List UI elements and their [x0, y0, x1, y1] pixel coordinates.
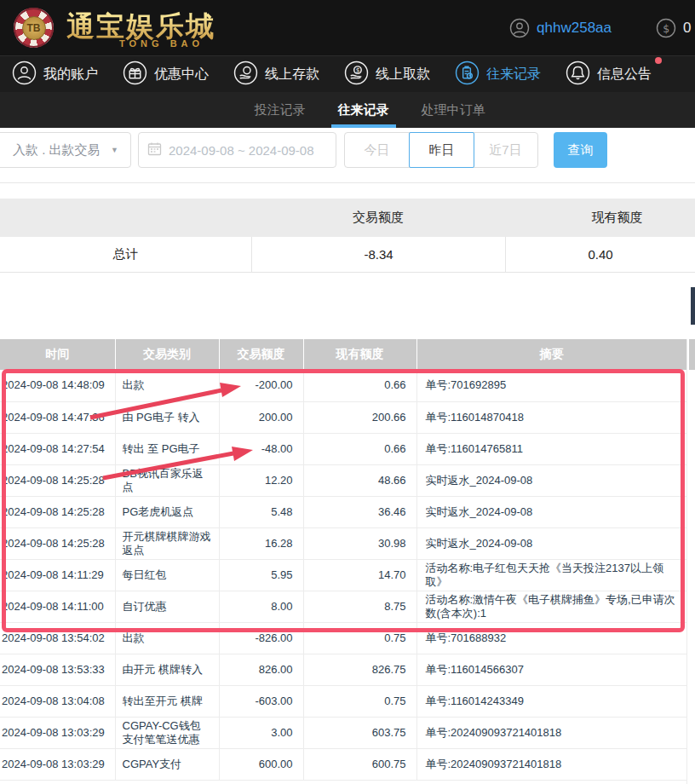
tab-betting-records[interactable]: 投注记录 [255, 92, 306, 128]
cell-amount: -200.00 [219, 370, 303, 401]
nav-item-my-account[interactable]: 我的账户 [12, 61, 98, 89]
today-button[interactable]: 今日 [345, 133, 410, 167]
cell-balance: 0.75 [303, 685, 416, 717]
nav-item-withdraw[interactable]: $ 线上取款 [344, 61, 430, 89]
cell-balance: 8.75 [303, 591, 416, 622]
withdraw-icon: $ [344, 61, 369, 89]
logo-chip-label: TB [22, 16, 46, 40]
nav-label: 信息公告 [597, 66, 652, 84]
col-amount: 交易额度 [219, 339, 303, 370]
cell-time: 2024-09-08 14:48:09 [0, 370, 115, 401]
transaction-type-select[interactable]: 入款 . 出款交易 ▼ [0, 132, 131, 168]
cell-summary: 单号:701688932 [416, 622, 686, 654]
cell-amount: -48.00 [219, 433, 303, 464]
nav-label: 往来记录 [486, 66, 541, 84]
cell-type: CGPAY支付 [115, 748, 219, 780]
cell-type: 由 PG电子 转入 [115, 401, 219, 433]
cell-amount: 12.20 [219, 464, 303, 496]
balance-widget[interactable]: $ 0 [656, 18, 695, 38]
cell-amount: -826.00 [219, 622, 303, 654]
summary-total-amount: -8.34 [251, 237, 505, 273]
nav-item-promotions[interactable]: 优惠中心 [123, 61, 209, 89]
nav-item-records[interactable]: 往来记录 [455, 61, 541, 89]
cell-type: 每日红包 [115, 559, 219, 591]
nav-item-deposit[interactable]: 线上存款 [233, 61, 319, 89]
cell-amount: 600.00 [219, 748, 303, 780]
table-row: 2024-09-08 14:11:29 每日红包 5.95 14.70 活动名称… [0, 559, 686, 591]
username[interactable]: qhhw258aa [537, 20, 612, 37]
table-row: 2024-09-08 13:04:08 转出至开元 棋牌 -603.00 0.7… [0, 685, 686, 717]
cell-balance: 48.66 [303, 464, 416, 496]
cell-type: PG老虎机返点 [115, 496, 219, 527]
tab-pending-orders[interactable]: 处理中订单 [422, 92, 485, 128]
cell-summary: 单号:116014765811 [416, 433, 686, 464]
logo-chip[interactable]: TB [14, 8, 54, 48]
nav-item-announcements[interactable]: 信息公告 [566, 61, 652, 89]
last7days-button[interactable]: 近7日 [474, 133, 537, 167]
cell-time: 2024-09-08 14:25:28 [0, 527, 115, 559]
col-summary: 摘要 [416, 339, 686, 370]
query-button[interactable]: 查询 [554, 132, 607, 168]
summary-total-label: 总计 [0, 246, 251, 262]
svg-text:$: $ [356, 66, 360, 74]
table-row: 2024-09-08 14:25:28 BB视讯百家乐返点 12.20 48.6… [0, 464, 686, 496]
cell-balance: 0.66 [303, 370, 416, 401]
cell-type: 开元棋牌棋牌游戏返点 [115, 527, 219, 559]
dollar-icon: $ [656, 18, 676, 38]
cell-summary: 单号:202409093721401818 [416, 748, 686, 780]
summary-total-balance: 0.40 [505, 237, 695, 273]
cell-balance: 603.75 [303, 717, 416, 748]
cell-time: 2024-09-08 14:25:28 [0, 464, 115, 496]
cell-balance: 0.75 [303, 622, 416, 654]
cell-time: 2024-09-08 13:03:29 [0, 717, 115, 748]
cell-type: 由开元 棋牌转入 [115, 654, 219, 685]
cell-time: 2024-09-08 14:11:29 [0, 559, 115, 591]
cell-amount: 16.28 [219, 527, 303, 559]
cell-time: 2024-09-08 14:27:54 [0, 433, 115, 464]
sub-tabbar: 投注记录 往来记录 处理中订单 [0, 92, 695, 128]
table-row: 2024-09-08 14:48:09 出款 -200.00 0.66 单号:7… [0, 370, 686, 401]
summary-header-amount: 交易额度 [251, 210, 505, 226]
date-range-input[interactable]: 2024-09-08 ~ 2024-09-08 [138, 132, 336, 168]
chevron-down-icon: ▼ [111, 146, 118, 154]
section-divider [0, 182, 695, 183]
table-row: 2024-09-08 14:25:28 开元棋牌棋牌游戏返点 16.28 30.… [0, 527, 686, 559]
logo-subtitle: TONG BAO [119, 38, 204, 49]
cell-balance: 30.98 [303, 527, 416, 559]
cell-type: 自订优惠 [115, 591, 219, 622]
table-right-border [686, 339, 687, 784]
side-widget-fragment [691, 287, 695, 325]
cell-time: 2024-09-08 14:25:28 [0, 496, 115, 527]
table-row: 2024-09-08 13:03:29 CGPAY支付 600.00 600.7… [0, 748, 686, 780]
cell-time: 2024-09-08 13:53:33 [0, 654, 115, 685]
cell-amount: 200.00 [219, 401, 303, 433]
cell-time: 2024-09-08 14:47:36 [0, 401, 115, 433]
transactions-table: 时间 交易类别 交易额度 现有额度 摘要 2024-09-08 14:48:09… [0, 339, 686, 781]
table-header-fragment [689, 339, 695, 370]
nav-label: 线上取款 [376, 66, 430, 84]
table-row: 2024-09-08 14:25:28 PG老虎机返点 5.48 36.46 实… [0, 496, 686, 527]
table-row: 2024-09-08 14:27:54 转出 至 PG电子 -48.00 0.6… [0, 433, 686, 464]
cell-amount: 5.95 [219, 559, 303, 591]
date-range-value: 2024-09-08 ~ 2024-09-08 [169, 143, 314, 158]
cell-time: 2024-09-08 14:11:00 [0, 591, 115, 622]
gift-icon [123, 61, 147, 89]
cell-summary: 单号:701692895 [416, 370, 686, 401]
summary-header-balance: 现有额度 [505, 210, 695, 226]
cell-summary: 实时返水_2024-09-08 [416, 496, 686, 527]
select-value: 入款 . 出款交易 [13, 142, 111, 159]
balance-value: 0 [683, 20, 691, 37]
cell-balance: 200.66 [303, 401, 416, 433]
cell-balance: 14.70 [303, 559, 416, 591]
bell-icon [566, 61, 590, 89]
cell-balance: 0.66 [303, 433, 416, 464]
user-area: qhhw258aa $ 0 [509, 0, 695, 55]
cell-balance: 826.75 [303, 654, 416, 685]
cell-balance: 36.46 [303, 496, 416, 527]
tab-transaction-records[interactable]: 往来记录 [338, 92, 389, 128]
cell-summary: 单号:202409093721401818 [416, 717, 686, 748]
main-nav: 我的账户 优惠中心 线上存款 [0, 55, 695, 92]
col-balance: 现有额度 [303, 339, 416, 370]
cell-time: 2024-09-08 13:54:02 [0, 622, 115, 654]
yesterday-button[interactable]: 昨日 [409, 132, 474, 168]
